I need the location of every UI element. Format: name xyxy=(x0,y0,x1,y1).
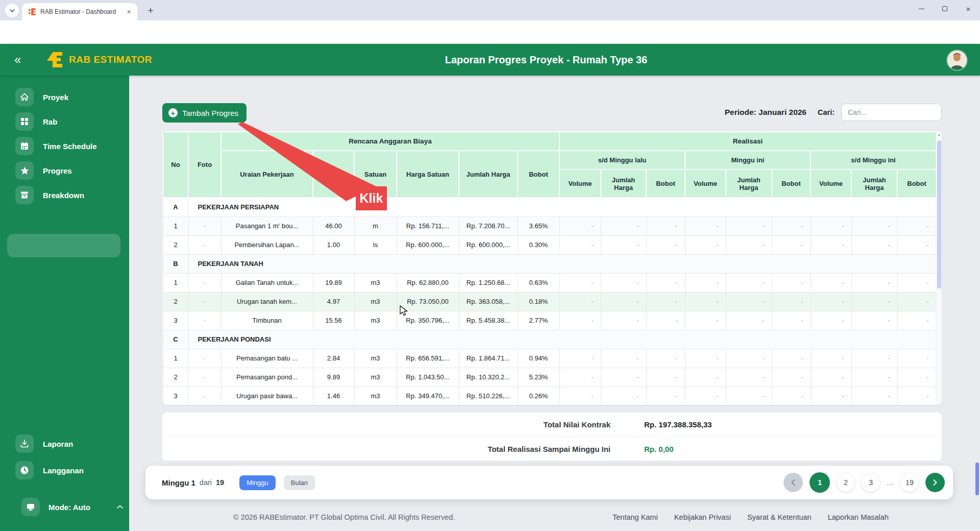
cell-empty: - xyxy=(646,292,685,311)
table-scrollbar-thumb[interactable] xyxy=(937,140,941,288)
cell-empty: - xyxy=(897,387,936,405)
chevron-left-icon xyxy=(791,479,796,486)
cell-empty: - xyxy=(726,368,772,387)
sidebar-collapse-button[interactable]: « xyxy=(14,52,21,67)
cell-empty: - xyxy=(601,235,646,254)
calendar-icon xyxy=(15,137,34,155)
screen: RAB Estimator - Dashboard × + × ← → ⟳ ra… xyxy=(0,0,980,531)
table-row[interactable]: 2 - Pemasangan pond... 9.89 m3 Rp. 1.043… xyxy=(163,368,936,387)
scroll-up-arrow-icon[interactable]: ▲ xyxy=(937,133,941,137)
cell-empty: - xyxy=(851,292,897,311)
cell-empty: - xyxy=(646,216,685,235)
window-minimize-button[interactable] xyxy=(910,0,933,17)
sidebar-item-label: Time Schedule xyxy=(43,142,97,151)
toggle-minggu-button[interactable]: Minggu xyxy=(239,475,276,490)
cell-bobot: 2.77% xyxy=(518,311,559,330)
cell-no: 3 xyxy=(163,311,188,330)
cell-empty: - xyxy=(559,368,601,387)
col-header-r-bobot: Bobot xyxy=(897,170,936,198)
cell-empty: - xyxy=(851,387,897,405)
sidebar-item-laporan[interactable]: Laporan xyxy=(0,431,129,456)
cell-empty: - xyxy=(851,235,897,254)
cell-uraian: Pemasangan batu ... xyxy=(221,349,313,368)
col-header-r-jumlah-harga: Jumlah Harga xyxy=(726,170,772,198)
tab-close-icon[interactable]: × xyxy=(125,8,133,16)
pagination-bar: Minggu 1 dari 19 Minggu Bulan 1 2 3 ... … xyxy=(145,466,953,499)
page-button-2[interactable]: 2 xyxy=(837,473,855,492)
tambah-progres-label: Tambah Progres xyxy=(182,109,238,117)
cell-jumlah-harga: Rp. 510.226,... xyxy=(459,387,518,405)
table-row[interactable]: 3 - Urugan pasir bawa... 1.46 m3 Rp. 349… xyxy=(163,387,936,405)
cell-empty: - xyxy=(726,349,772,368)
subgroup-sd-minggu-lalu: s/d Minggu lalu xyxy=(559,151,685,170)
prev-page-button[interactable] xyxy=(783,473,803,492)
footer-link-tentang-kami[interactable]: Tentang Kami xyxy=(612,513,658,521)
cell-volume: 1.00 xyxy=(313,235,354,254)
page-scrollbar-thumb[interactable] xyxy=(975,463,979,495)
minimize-icon xyxy=(919,9,924,9)
cell-empty: - xyxy=(726,387,772,405)
toggle-bulan-button[interactable]: Bulan xyxy=(284,475,315,490)
col-header-r-bobot: Bobot xyxy=(646,170,685,198)
table-row[interactable]: 1 - Pasangan 1 m' bou... 46.00 m Rp. 156… xyxy=(163,216,936,235)
browser-tab[interactable]: RAB Estimator - Dashboard × xyxy=(22,3,137,20)
page-button-3[interactable]: 3 xyxy=(862,473,880,492)
cell-empty: - xyxy=(897,292,936,311)
brand[interactable]: RAB ESTIMATOR xyxy=(45,50,152,70)
sidebar-mode-toggle[interactable]: Mode: Auto xyxy=(0,495,129,519)
cell-satuan: m3 xyxy=(354,349,397,368)
cell-empty: - xyxy=(851,368,897,387)
totals-card: Total Nilai Kontrak Rp. 197.388.358,33 T… xyxy=(162,413,942,461)
sidebar-item-breakdown[interactable]: Breakdown xyxy=(0,183,129,207)
sidebar-item-label: Breakdown xyxy=(43,191,84,200)
sidebar-item-label: Progres xyxy=(43,166,72,175)
table-scrollbar[interactable]: ▲ xyxy=(936,131,942,405)
progress-table-card: No Foto Rencana Anggaran Biaya Realisasi… xyxy=(162,131,942,405)
cell-empty: - xyxy=(601,216,646,235)
cell-harga-satuan: Rp. 349.470,... xyxy=(397,387,459,405)
page-button-1[interactable]: 1 xyxy=(810,472,830,493)
tambah-progres-button[interactable]: + Tambah Progres xyxy=(162,103,247,123)
table-row[interactable]: 2 - Pembersihan Lapan... 1.00 ls Rp. 600… xyxy=(163,235,936,254)
brand-name: RAB ESTIMATOR xyxy=(69,54,152,65)
cell-empty: - xyxy=(559,292,601,311)
cell-empty: - xyxy=(851,349,897,368)
cell-harga-satuan: Rp. 156.711,... xyxy=(397,216,459,235)
section-title: PEKERJAAN PONDASI xyxy=(188,330,936,349)
user-avatar[interactable] xyxy=(947,51,967,70)
table-row[interactable]: 3 - Timbunan 15.56 m3 Rp. 350.796,... Rp… xyxy=(163,311,936,330)
table-row[interactable]: 1 - Galian Tanah untuk... 19.89 m3 Rp. 6… xyxy=(163,273,936,292)
sidebar-item-rab[interactable]: Rab xyxy=(0,109,129,134)
sidebar-item-proyek[interactable]: Proyek xyxy=(0,85,129,109)
sidebar-item-progres[interactable]: Progres xyxy=(0,158,129,183)
maximize-icon xyxy=(942,6,947,11)
sidebar-item-time-schedule[interactable]: Time Schedule xyxy=(0,134,129,158)
cell-empty: - xyxy=(559,216,601,235)
footer-link-syarat-ketentuan[interactable]: Syarat & Ketentuan xyxy=(747,513,812,521)
cell-bobot: 5.23% xyxy=(518,368,559,387)
cell-jumlah-harga: Rp. 363.058,... xyxy=(459,292,518,311)
page-button-19[interactable]: 19 xyxy=(900,473,919,492)
cell-empty: - xyxy=(811,368,851,387)
tab-search-button[interactable] xyxy=(5,4,19,17)
cell-jumlah-harga: Rp. 7.208.70... xyxy=(459,216,518,235)
footer-copyright: © 2026 RABEstimator. PT Global Optima Ci… xyxy=(233,513,455,521)
cell-empty: - xyxy=(897,235,936,254)
cell-empty: - xyxy=(851,273,897,292)
new-tab-button[interactable]: + xyxy=(144,4,157,17)
cell-empty: - xyxy=(559,235,601,254)
cell-no: 1 xyxy=(163,216,188,235)
sidebar-item-label: Langganan xyxy=(43,466,84,475)
col-header-satuan: Satuan xyxy=(354,151,397,198)
sidebar-item-langganan[interactable]: Langganan xyxy=(0,458,129,482)
table-row[interactable]: 1 - Pemasangan batu ... 2.84 m3 Rp. 656.… xyxy=(163,349,936,368)
next-page-button[interactable] xyxy=(925,473,945,492)
cell-foto: - xyxy=(188,387,221,405)
window-maximize-button[interactable] xyxy=(933,0,957,17)
window-close-button[interactable]: × xyxy=(957,0,980,17)
table-row-hovered[interactable]: 2 - Urugan tanah kem... 4.97 m3 Rp. 73.0… xyxy=(163,292,936,311)
footer-link-kebijakan-privasi[interactable]: Kebijakan Privasi xyxy=(674,513,731,521)
search-input[interactable] xyxy=(841,104,942,121)
cell-empty: - xyxy=(772,311,811,330)
footer-link-laporkan-masalah[interactable]: Laporkan Masalah xyxy=(828,513,889,521)
